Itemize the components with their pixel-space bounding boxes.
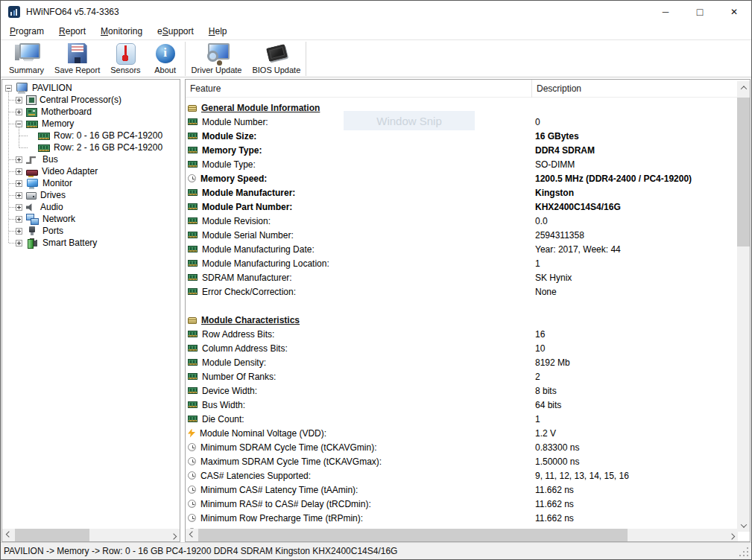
tree-item[interactable]: Row: 0 - 16 GB PC4-19200	[2, 130, 180, 141]
tree-item-label: Memory	[42, 118, 74, 129]
vscroll-thumb[interactable]	[737, 98, 750, 246]
feature-cell: Module Type:	[186, 159, 531, 170]
scroll-right-icon[interactable]	[725, 529, 738, 541]
close-button[interactable]: ✕	[717, 1, 751, 23]
scroll-up-icon[interactable]	[737, 81, 750, 94]
list-row[interactable]: Minimum SDRAM Cycle Time (tCKAVGmin): 0.…	[186, 440, 738, 454]
scroll-down-icon[interactable]	[737, 519, 750, 532]
clock-icon	[188, 471, 196, 480]
list-row[interactable]: Column Address Bits: 10	[186, 341, 738, 355]
tree-item[interactable]: Monitor	[2, 177, 180, 189]
list-row[interactable]: Module Manufacturing Location: 1	[186, 256, 738, 270]
list-row[interactable]: Memory Speed: 1200.5 MHz (DDR4-2400 / PC…	[186, 171, 738, 185]
list-row[interactable]: Minimum Row Precharge Time (tRPmin): 11.…	[186, 511, 738, 525]
list-row[interactable]: Module Serial Number: 2594311358	[186, 228, 738, 242]
toolbar-button[interactable]: About	[146, 42, 186, 76]
tree-item[interactable]: Audio	[2, 201, 180, 213]
tree-expander[interactable]	[16, 180, 22, 187]
list-hscroll-thumb[interactable]	[198, 529, 628, 541]
toolbar-button[interactable]: Sensors	[105, 42, 145, 76]
minimize-button[interactable]: ─	[648, 1, 683, 23]
list-horizontal-scrollbar[interactable]	[186, 529, 738, 541]
maximize-button[interactable]: □	[683, 1, 717, 23]
tree-item-label: Monitor	[42, 178, 72, 188]
feature-cell	[186, 302, 531, 310]
tree-expander[interactable]	[5, 85, 12, 92]
description-value: 1	[531, 258, 738, 269]
list-row[interactable]	[186, 299, 738, 313]
title-bar[interactable]: HWiNFO64 v5.74-3363 ─ □ ✕	[1, 1, 751, 23]
list-row[interactable]: Module Manufacturing Date: Year: 2017, W…	[186, 242, 738, 256]
tree-item[interactable]: PAVILION	[2, 82, 180, 94]
tree-item-label: Video Adapter	[42, 166, 98, 176]
vertical-scrollbar[interactable]	[737, 81, 750, 532]
tree-item[interactable]: Drives	[2, 189, 180, 201]
menu-item[interactable]: Help	[201, 23, 235, 39]
tree-expander[interactable]	[16, 228, 22, 235]
list-row[interactable]: Bus Width: 64 bits	[186, 398, 738, 412]
column-header-description[interactable]: Description	[531, 80, 737, 98]
toolbar-button[interactable]: Save Report	[49, 42, 105, 76]
tree-item[interactable]: Video Adapter	[2, 165, 180, 177]
feature-label: Module Type:	[202, 159, 256, 170]
feature-label: Bus Width:	[202, 400, 245, 410]
tree-item[interactable]: Memory	[2, 118, 180, 130]
list-row[interactable]: Device Width: 8 bits	[186, 384, 738, 398]
tree-expander[interactable]	[16, 109, 22, 115]
tree-item[interactable]: Ports	[2, 225, 180, 237]
list-row[interactable]: Minimum RAS# to CAS# Delay (tRCDmin): 11…	[186, 497, 738, 511]
list-row[interactable]: Module Size: 16 GBytes	[186, 129, 738, 143]
toolbar-button[interactable]: BIOS Update	[247, 42, 306, 76]
tree-expander[interactable]	[16, 204, 22, 211]
tree-item[interactable]: Network	[2, 213, 180, 225]
list-row[interactable]: Module Density: 8192 Mb	[186, 355, 738, 369]
list-row[interactable]: Maximum SDRAM Cycle Time (tCKAVGmax): 1.…	[186, 454, 738, 468]
tree-expander[interactable]	[16, 97, 22, 104]
tree-expander[interactable]	[16, 156, 22, 163]
tree-item[interactable]: Central Processor(s)	[2, 94, 180, 106]
list-row[interactable]: Row Address Bits: 16	[186, 327, 738, 341]
scroll-right-icon[interactable]	[167, 529, 180, 541]
tree-item[interactable]: Smart Battery	[2, 237, 180, 249]
resize-grip[interactable]	[747, 555, 748, 556]
list-row[interactable]: SDRAM Manufacturer: SK Hynix	[186, 270, 738, 284]
list-row[interactable]: Module Manufacturer: Kingston	[186, 185, 738, 200]
menu-item[interactable]: Monitoring	[93, 23, 150, 39]
list-row[interactable]: Die Count: 1	[186, 412, 738, 426]
list-row[interactable]: Module Revision: 0.0	[186, 214, 738, 228]
list-row[interactable]: Module Type: SO-DIMM	[186, 157, 738, 171]
scroll-left-icon[interactable]	[2, 529, 15, 541]
tree-item[interactable]: Motherboard	[2, 106, 180, 118]
list-row[interactable]: Memory Type: DDR4 SDRAM	[186, 143, 738, 157]
tree-expander[interactable]	[16, 240, 22, 246]
description-value: 11.662 ns	[531, 485, 738, 495]
menu-item[interactable]: Program	[2, 23, 51, 39]
list-row[interactable]: Module Characteristics	[186, 313, 738, 327]
toolbar-button[interactable]: Driver Update	[186, 42, 247, 76]
list-row[interactable]: Module Part Number: KHX2400C14S4/16G	[186, 200, 738, 214]
menu-item[interactable]: Report	[51, 23, 93, 39]
tree-item[interactable]: Row: 2 - 16 GB PC4-19200	[2, 141, 180, 153]
tree-hscroll-thumb[interactable]	[15, 529, 89, 541]
tree-expander[interactable]	[16, 168, 22, 175]
network-icon	[26, 214, 39, 224]
feature-label: Minimum RAS# to CAS# Delay (tRCDmin):	[200, 499, 371, 509]
scroll-left-icon[interactable]	[186, 529, 198, 541]
tree-expander[interactable]	[16, 216, 22, 223]
tree-item-label: Bus	[42, 154, 58, 165]
menu-item[interactable]: eSupport	[150, 23, 201, 39]
feature-cell: Number Of Ranks:	[186, 372, 531, 382]
tree-expander[interactable]	[16, 192, 22, 199]
toolbar-button[interactable]: Summary	[4, 42, 49, 76]
list-row[interactable]: Module Nominal Voltage (VDD): 1.2 V	[186, 426, 738, 440]
tree-horizontal-scrollbar[interactable]	[2, 529, 180, 541]
list-row[interactable]: Error Check/Correction: None	[186, 284, 738, 299]
tree-item[interactable]: Bus	[2, 153, 180, 165]
list-row[interactable]: CAS# Latencies Supported: 9, 11, 12, 13,…	[186, 468, 738, 483]
list-row[interactable]: Minimum CAS# Latency Time (tAAmin): 11.6…	[186, 483, 738, 497]
feature-cell: Module Nominal Voltage (VDD):	[186, 428, 531, 439]
tree-expander[interactable]	[16, 121, 22, 127]
column-header-feature[interactable]: Feature	[186, 80, 531, 98]
list-row[interactable]: Number Of Ranks: 2	[186, 369, 738, 384]
description-value: Kingston	[531, 188, 738, 198]
